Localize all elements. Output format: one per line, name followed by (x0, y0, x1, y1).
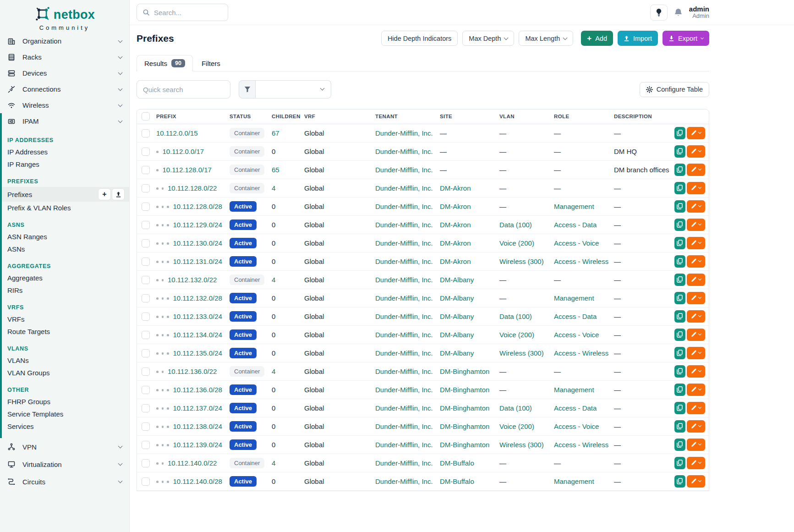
row-checkbox[interactable] (142, 129, 150, 137)
prefix-link[interactable]: 10.112.136.0/22 (168, 367, 217, 375)
role-link[interactable]: Management (554, 294, 594, 302)
sidebar-item-ip-addresses[interactable]: IP Addresses (2, 146, 129, 158)
tenant-link[interactable]: Dunder-Mifflin, Inc. (375, 459, 433, 467)
row-checkbox[interactable] (142, 166, 150, 174)
prefix-link[interactable]: 10.112.140.0/28 (173, 477, 222, 485)
prefix-link[interactable]: 10.112.0.0/17 (163, 148, 204, 155)
vlan-link[interactable]: Data (100) (499, 313, 532, 320)
edit-button[interactable] (687, 255, 705, 268)
children-link[interactable]: 4 (272, 276, 275, 284)
children-link[interactable]: 67 (272, 129, 279, 137)
site-link[interactable]: DM-Akron (440, 239, 471, 247)
role-link[interactable]: Access - Wireless (554, 441, 608, 449)
site-link[interactable]: DM-Akron (440, 184, 471, 192)
sidebar-item-organization[interactable]: Organization (0, 33, 129, 49)
max-depth-dropdown[interactable]: Max Depth (462, 31, 514, 46)
sidebar-item-wireless[interactable]: Wireless (0, 97, 129, 113)
tenant-link[interactable]: Dunder-Mifflin, Inc. (375, 148, 433, 155)
prefix-link[interactable]: 10.112.134.0/24 (173, 331, 222, 339)
tenant-link[interactable]: Dunder-Mifflin, Inc. (375, 239, 433, 247)
site-link[interactable]: DM-Binghamton (440, 386, 489, 394)
sidebar-item-asns[interactable]: ASNs (2, 243, 129, 255)
prefix-link[interactable]: 10.112.139.0/24 (173, 441, 222, 449)
sidebar-item-prefixes[interactable]: Prefixes+ (2, 187, 129, 202)
clone-button[interactable] (674, 384, 685, 396)
edit-button[interactable] (687, 237, 705, 249)
prefix-link[interactable]: 10.112.133.0/24 (173, 313, 222, 320)
clone-button[interactable] (674, 292, 685, 304)
edit-button[interactable] (687, 164, 705, 176)
tenant-link[interactable]: Dunder-Mifflin, Inc. (375, 203, 433, 210)
role-link[interactable]: Management (554, 477, 594, 485)
column-header[interactable]: SITE (436, 110, 496, 124)
role-link[interactable]: Access - Wireless (554, 349, 608, 357)
clone-button[interactable] (674, 274, 685, 286)
site-link[interactable]: DM-Akron (440, 203, 471, 210)
edit-button[interactable] (687, 365, 705, 378)
prefix-link[interactable]: 10.112.136.0/28 (173, 386, 222, 394)
tenant-link[interactable]: Dunder-Mifflin, Inc. (375, 221, 433, 229)
vlan-link[interactable]: Data (100) (499, 221, 532, 229)
prefix-link[interactable]: 10.112.132.0/22 (168, 276, 217, 284)
tenant-link[interactable]: Dunder-Mifflin, Inc. (375, 258, 433, 265)
notifications-bell-icon[interactable] (674, 8, 682, 17)
tenant-link[interactable]: Dunder-Mifflin, Inc. (375, 404, 433, 412)
edit-button[interactable] (687, 145, 705, 158)
quick-search-input[interactable] (137, 80, 230, 99)
site-link[interactable]: DM-Albany (440, 313, 474, 320)
clone-button[interactable] (674, 164, 685, 176)
row-checkbox[interactable] (142, 477, 150, 486)
row-checkbox[interactable] (142, 349, 150, 357)
clone-button[interactable] (674, 219, 685, 231)
clone-button[interactable] (674, 439, 685, 451)
sidebar-item-vlan-groups[interactable]: VLAN Groups (2, 367, 129, 379)
role-link[interactable]: Access - Voice (554, 239, 599, 247)
sidebar-item-ip-ranges[interactable]: IP Ranges (2, 158, 129, 170)
row-checkbox[interactable] (142, 258, 150, 266)
search-input[interactable] (154, 9, 218, 16)
prefix-link[interactable]: 10.112.131.0/24 (173, 258, 222, 265)
add-button[interactable]: + Add (581, 31, 613, 46)
sidebar-item-route-targets[interactable]: Route Targets (2, 325, 129, 338)
export-button[interactable]: Export (663, 31, 709, 46)
role-link[interactable]: Access - Voice (554, 331, 599, 339)
theme-toggle-button[interactable] (650, 5, 668, 21)
hide-depth-indicators-button[interactable]: Hide Depth Indicators (381, 31, 458, 46)
clone-button[interactable] (674, 329, 685, 341)
prefix-link[interactable]: 10.112.137.0/24 (173, 404, 222, 412)
edit-button[interactable] (687, 310, 705, 323)
clone-button[interactable] (674, 237, 685, 249)
column-header[interactable]: VLAN (496, 110, 550, 124)
site-link[interactable]: DM-Akron (440, 221, 471, 229)
clone-button[interactable] (674, 457, 685, 469)
site-link[interactable]: DM-Binghamton (440, 367, 489, 375)
column-header[interactable]: STATUS (226, 110, 268, 124)
site-link[interactable]: DM-Albany (440, 294, 474, 302)
column-header[interactable]: PREFIX (153, 110, 226, 124)
edit-button[interactable] (687, 420, 705, 433)
vlan-link[interactable]: Wireless (300) (499, 441, 544, 449)
clone-button[interactable] (674, 420, 685, 433)
site-link[interactable]: DM-Albany (440, 349, 474, 357)
edit-button[interactable] (687, 329, 705, 341)
clone-button[interactable] (674, 347, 685, 359)
row-checkbox[interactable] (142, 404, 150, 412)
row-checkbox[interactable] (142, 184, 150, 192)
prefix-link[interactable]: 10.112.140.0/22 (168, 459, 217, 467)
sidebar-item-racks[interactable]: Racks (0, 49, 129, 65)
clone-button[interactable] (674, 127, 685, 139)
clone-button[interactable] (674, 402, 685, 414)
vlan-link[interactable]: Voice (200) (499, 331, 534, 339)
row-checkbox[interactable] (142, 386, 150, 394)
edit-button[interactable] (687, 347, 705, 359)
column-header[interactable]: TENANT (372, 110, 436, 124)
column-header[interactable]: VRF (301, 110, 372, 124)
edit-button[interactable] (687, 200, 705, 213)
edit-button[interactable] (687, 292, 705, 304)
site-link[interactable]: DM-Binghamton (440, 404, 489, 412)
children-link[interactable]: 65 (272, 166, 279, 174)
edit-button[interactable] (687, 219, 705, 231)
column-header[interactable]: CHILDREN (268, 110, 301, 124)
children-link[interactable]: 4 (272, 459, 275, 467)
role-link[interactable]: Access - Data (554, 404, 597, 412)
